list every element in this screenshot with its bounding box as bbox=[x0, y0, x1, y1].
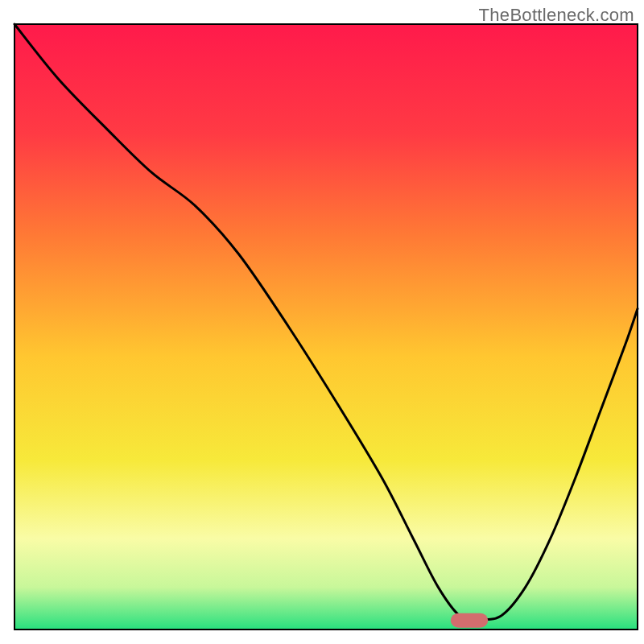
plot-background bbox=[14, 24, 638, 630]
bottleneck-chart bbox=[0, 0, 644, 644]
chart-container: TheBottleneck.com bbox=[0, 0, 644, 644]
watermark-text: TheBottleneck.com bbox=[479, 5, 634, 26]
optimal-marker bbox=[451, 613, 488, 628]
